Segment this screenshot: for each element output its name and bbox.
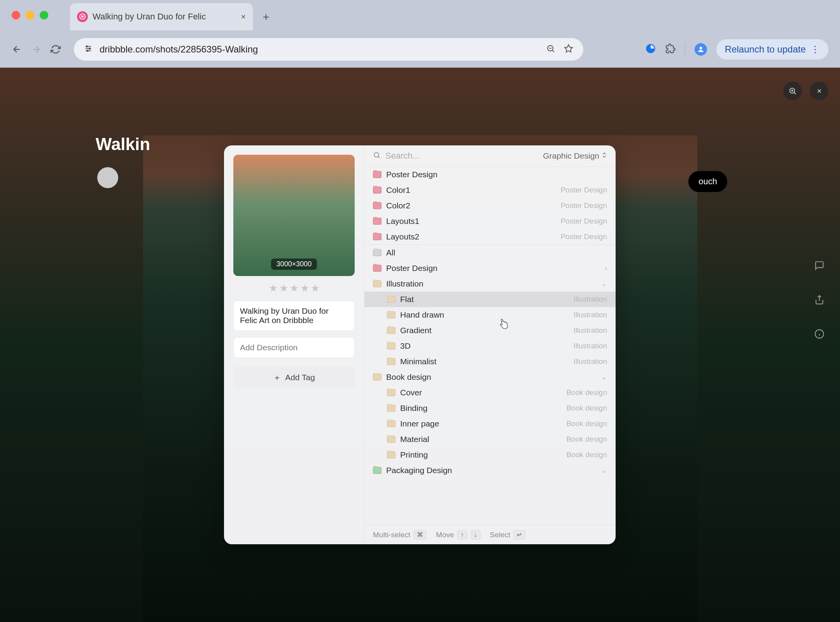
description-input[interactable] bbox=[233, 337, 355, 358]
relaunch-button[interactable]: Relaunch to update ⋮ bbox=[716, 39, 828, 59]
folder-parent-label: Illustration bbox=[573, 357, 607, 366]
star-icon[interactable]: ★ bbox=[311, 282, 320, 294]
folder-parent-label: Illustration bbox=[573, 311, 607, 319]
plus-icon: ＋ bbox=[273, 372, 281, 383]
folder-label: Poster Design bbox=[386, 170, 607, 179]
folder-parent-label: Book design bbox=[566, 419, 607, 428]
chevron-down-icon[interactable]: ⌄ bbox=[601, 280, 607, 288]
folder-icon bbox=[373, 171, 382, 178]
back-button[interactable] bbox=[12, 44, 22, 54]
folder-parent-label: Illustration bbox=[573, 342, 607, 350]
folder-icon bbox=[373, 265, 382, 272]
folder-parent-label: Poster Design bbox=[561, 217, 607, 225]
star-icon[interactable]: ★ bbox=[269, 282, 278, 294]
add-tag-button[interactable]: ＋ Add Tag bbox=[233, 367, 355, 388]
chevron-down-icon[interactable]: ⌄ bbox=[601, 466, 607, 475]
preview-dimensions: 3000×3000 bbox=[271, 259, 317, 270]
svg-marker-9 bbox=[565, 45, 572, 52]
folder-row[interactable]: FlatIllustration bbox=[364, 292, 616, 307]
folder-icon bbox=[387, 420, 396, 427]
enter-key-badge: ↵ bbox=[513, 530, 525, 540]
close-tab-icon[interactable]: ✕ bbox=[241, 13, 246, 21]
folder-row[interactable]: GradientIllustration bbox=[364, 323, 616, 338]
bookmark-icon[interactable] bbox=[564, 44, 573, 55]
search-row: Graphic Design bbox=[364, 145, 616, 167]
close-overlay-button[interactable]: ✕ bbox=[810, 82, 828, 100]
maximize-window-button[interactable] bbox=[40, 11, 48, 19]
comment-icon[interactable] bbox=[814, 260, 824, 272]
site-settings-icon[interactable] bbox=[84, 44, 93, 55]
extension-circle-icon[interactable] bbox=[645, 43, 656, 56]
folder-row[interactable]: MaterialBook design bbox=[364, 432, 616, 447]
info-icon[interactable] bbox=[814, 329, 824, 341]
author-avatar[interactable] bbox=[97, 167, 118, 188]
share-icon[interactable] bbox=[814, 295, 824, 306]
folder-icon bbox=[373, 280, 382, 287]
star-icon[interactable]: ★ bbox=[290, 282, 299, 294]
zoom-shot-button[interactable] bbox=[783, 82, 802, 100]
title-input[interactable] bbox=[233, 301, 355, 331]
folder-label: Layouts2 bbox=[386, 232, 556, 241]
folder-icon bbox=[387, 389, 396, 396]
shot-side-actions bbox=[814, 260, 824, 341]
folder-icon bbox=[387, 451, 396, 458]
folder-label: Cover bbox=[400, 388, 562, 397]
star-icon[interactable]: ★ bbox=[279, 282, 288, 294]
folder-row[interactable]: Illustration⌄ bbox=[364, 276, 616, 292]
folder-row[interactable]: 3DIllustration bbox=[364, 338, 616, 354]
browser-tab[interactable]: ⦿ Walking by Uran Duo for Felic ✕ bbox=[70, 3, 253, 30]
folder-row[interactable]: Color1Poster Design bbox=[364, 182, 616, 198]
folder-row[interactable]: Layouts2Poster Design bbox=[364, 229, 616, 245]
folder-icon bbox=[373, 187, 382, 194]
minimize-window-button[interactable] bbox=[26, 11, 34, 19]
reload-button[interactable] bbox=[51, 44, 61, 54]
folder-icon bbox=[387, 436, 396, 443]
svg-line-20 bbox=[378, 157, 380, 158]
folder-row[interactable]: Color2Poster Design bbox=[364, 198, 616, 213]
folder-row[interactable]: MinimalistIllustration bbox=[364, 354, 616, 369]
category-dropdown[interactable]: Graphic Design bbox=[543, 151, 607, 161]
forward-button[interactable] bbox=[31, 44, 41, 54]
preview-thumbnail[interactable]: 3000×3000 bbox=[233, 155, 355, 276]
folder-parent-label: Illustration bbox=[573, 295, 607, 304]
folder-icon bbox=[373, 249, 382, 256]
footer-move: Move ↑ ↓ bbox=[436, 530, 480, 540]
folder-row[interactable]: CoverBook design bbox=[364, 385, 616, 400]
folder-row[interactable]: Hand drawnIllustration bbox=[364, 307, 616, 323]
profile-button[interactable] bbox=[695, 43, 707, 56]
dribbble-favicon-icon: ⦿ bbox=[77, 11, 88, 22]
folder-label: All bbox=[386, 248, 607, 257]
get-in-touch-button[interactable]: ouch bbox=[688, 171, 727, 192]
new-tab-button[interactable]: ＋ bbox=[261, 9, 271, 24]
extensions-icon[interactable] bbox=[665, 44, 676, 55]
page-title: Walkin bbox=[96, 135, 150, 154]
folder-row[interactable]: Packaging Design⌄ bbox=[364, 463, 616, 478]
folder-row[interactable]: Poster Design bbox=[364, 167, 616, 182]
footer-select: Select ↵ bbox=[490, 530, 526, 540]
folder-row[interactable]: Poster Design› bbox=[364, 260, 616, 276]
chevron-right-icon[interactable]: › bbox=[605, 264, 607, 273]
folder-row[interactable]: Inner pageBook design bbox=[364, 416, 616, 432]
folder-label: Color2 bbox=[386, 201, 556, 210]
folder-parent-label: Poster Design bbox=[561, 186, 607, 194]
svg-point-11 bbox=[699, 47, 702, 49]
zoom-icon[interactable] bbox=[546, 44, 555, 55]
search-input[interactable] bbox=[385, 151, 538, 161]
category-label: Graphic Design bbox=[543, 151, 599, 161]
folder-row[interactable]: BindingBook design bbox=[364, 400, 616, 416]
chevron-down-icon[interactable]: ⌄ bbox=[601, 373, 607, 381]
tab-title: Walking by Uran Duo for Felic bbox=[93, 12, 236, 22]
star-icon[interactable]: ★ bbox=[300, 282, 309, 294]
folder-row[interactable]: All bbox=[364, 245, 616, 260]
close-window-button[interactable] bbox=[12, 11, 20, 19]
folder-icon bbox=[387, 358, 396, 365]
folder-list[interactable]: Poster DesignColor1Poster DesignColor2Po… bbox=[364, 167, 616, 525]
folder-icon bbox=[373, 218, 382, 225]
folder-row[interactable]: Book design⌄ bbox=[364, 369, 616, 385]
folder-parent-label: Book design bbox=[566, 435, 607, 444]
address-bar[interactable]: dribbble.com/shots/22856395-Walking bbox=[74, 38, 583, 61]
folder-row[interactable]: PrintingBook design bbox=[364, 447, 616, 463]
folder-label: 3D bbox=[400, 341, 569, 351]
folder-row[interactable]: Layouts1Poster Design bbox=[364, 213, 616, 229]
rating-stars[interactable]: ★ ★ ★ ★ ★ bbox=[233, 282, 355, 294]
